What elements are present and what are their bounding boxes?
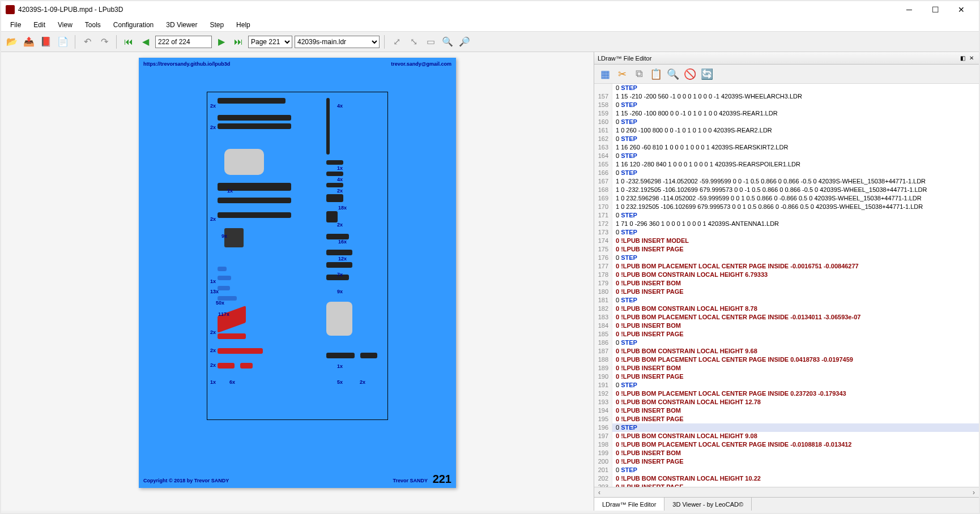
code-line[interactable]: 1770 !LPUB BOM PLACEMENT LOCAL CENTER PA… bbox=[594, 262, 979, 271]
code-line[interactable]: 2020 !LPUB BOM CONSTRAIN LOCAL HEIGHT 10… bbox=[594, 474, 979, 483]
editor-scrollbar-horizontal[interactable]: ‹ › bbox=[594, 487, 979, 497]
export-pdf-icon[interactable]: 📕 bbox=[39, 35, 53, 49]
prev-page-icon[interactable]: ◀ bbox=[138, 35, 153, 49]
page-preview-pane[interactable]: https://trevorsandy.github.io/lpub3d tre… bbox=[1, 52, 594, 511]
code-line[interactable]: 1930 !LPUB BOM CONSTRAIN LOCAL HEIGHT 12… bbox=[594, 398, 979, 406]
copy-icon[interactable]: ⧉ bbox=[632, 67, 646, 82]
minimize-button[interactable]: ─ bbox=[896, 2, 922, 18]
paste-icon[interactable]: 📋 bbox=[649, 67, 663, 82]
code-line[interactable]: 1710 STEP bbox=[594, 211, 979, 220]
code-line[interactable]: 1611 0 260 -100 800 0 0 -1 0 1 0 1 0 0 4… bbox=[594, 126, 979, 135]
code-line[interactable]: 1580 STEP bbox=[594, 101, 979, 109]
code-line[interactable]: 1651 16 120 -280 840 1 0 0 0 1 0 0 0 1 4… bbox=[594, 160, 979, 169]
cut-icon[interactable]: ✂ bbox=[615, 67, 629, 82]
print-icon[interactable]: 📤 bbox=[22, 35, 36, 49]
last-page-icon[interactable]: ⏭ bbox=[231, 35, 246, 49]
code-line[interactable]: 1960 STEP bbox=[594, 423, 979, 432]
code-line[interactable]: 1910 STEP bbox=[594, 381, 979, 389]
menu-file[interactable]: File bbox=[5, 19, 27, 31]
code-line[interactable]: 1900 !LPUB INSERT PAGE bbox=[594, 372, 979, 381]
code-line[interactable]: 2000 !LPUB INSERT PAGE bbox=[594, 457, 979, 466]
menu-step[interactable]: Step bbox=[204, 19, 229, 31]
code-line[interactable]: 1780 !LPUB BOM CONSTRAIN LOCAL HEIGHT 6.… bbox=[594, 271, 979, 279]
code-line[interactable]: 1640 STEP bbox=[594, 152, 979, 160]
close-editor-icon[interactable]: ✕ bbox=[968, 54, 975, 62]
code-line[interactable]: 1691 0 232.596298 -114.052002 -59.999599… bbox=[594, 194, 979, 203]
menu-configuration[interactable]: Configuration bbox=[108, 19, 159, 31]
code-line[interactable]: 1870 !LPUB BOM CONSTRAIN LOCAL HEIGHT 9.… bbox=[594, 347, 979, 355]
zoom-in-icon[interactable]: 🔍 bbox=[440, 35, 455, 49]
code-line[interactable]: 1571 15 -210 -200 560 -1 0 0 0 1 0 0 0 -… bbox=[594, 92, 979, 101]
code-line[interactable]: 1671 0 -232.596298 -114.052002 -59.99959… bbox=[594, 177, 979, 186]
code-line[interactable]: 1740 !LPUB INSERT MODEL bbox=[594, 237, 979, 245]
page-select[interactable]: Page 221 bbox=[248, 36, 292, 48]
code-line[interactable]: 1850 !LPUB INSERT PAGE bbox=[594, 330, 979, 339]
refresh-icon[interactable]: 🔄 bbox=[700, 67, 714, 82]
line-number: 196 bbox=[594, 423, 612, 432]
code-line[interactable]: 1631 16 260 -60 810 1 0 0 0 1 0 0 0 1 42… bbox=[594, 143, 979, 152]
find-icon[interactable]: 🔍 bbox=[666, 67, 680, 82]
code-line[interactable]: 1940 !LPUB INSERT BOM bbox=[594, 406, 979, 415]
line-number: 183 bbox=[594, 313, 612, 322]
menu-tools[interactable]: Tools bbox=[79, 19, 106, 31]
code-line[interactable]: 1890 !LPUB INSERT BOM bbox=[594, 364, 979, 372]
menu-3d-viewer[interactable]: 3D Viewer bbox=[160, 19, 203, 31]
menu-view[interactable]: View bbox=[52, 19, 78, 31]
zoom-out-icon[interactable]: 🔎 bbox=[457, 35, 472, 49]
code-line[interactable]: 1721 71 0 -296 360 1 0 0 0 1 0 0 0 1 420… bbox=[594, 220, 979, 228]
page-field[interactable] bbox=[155, 36, 212, 48]
editor-tab[interactable]: 3D Viewer - by LeoCAD© bbox=[664, 498, 752, 511]
next-page-icon[interactable]: ▶ bbox=[214, 35, 229, 49]
undock-icon[interactable]: ◧ bbox=[958, 54, 966, 62]
code-line[interactable]: 2030 !LPUB INSERT PAGE bbox=[594, 483, 979, 487]
code-line[interactable]: 1660 STEP bbox=[594, 169, 979, 177]
code-line[interactable]: 1990 !LPUB INSERT BOM bbox=[594, 449, 979, 457]
select-all-icon[interactable]: ▦ bbox=[598, 67, 612, 82]
editor-tab[interactable]: LDraw™ File Editor bbox=[594, 498, 664, 511]
code-line[interactable]: 1840 !LPUB INSERT BOM bbox=[594, 322, 979, 330]
code-line[interactable]: 1810 STEP bbox=[594, 296, 979, 305]
redo-icon[interactable]: ↷ bbox=[97, 35, 112, 49]
code-line[interactable]: 1880 !LPUB BOM PLACEMENT LOCAL CENTER PA… bbox=[594, 355, 979, 364]
code-line[interactable]: 1790 !LPUB INSERT BOM bbox=[594, 279, 979, 288]
open-icon[interactable]: 📂 bbox=[5, 35, 19, 49]
code-line[interactable]: 1760 STEP bbox=[594, 254, 979, 262]
menu-edit[interactable]: Edit bbox=[28, 19, 51, 31]
code-line[interactable]: 1701 0 232.192505 -106.102699 679.999573… bbox=[594, 203, 979, 211]
code-line[interactable]: 1860 STEP bbox=[594, 339, 979, 347]
line-number: 185 bbox=[594, 330, 612, 339]
code-line[interactable]: 1681 0 -232.192505 -106.102699 679.99957… bbox=[594, 186, 979, 194]
line-text: 1 0 232.192505 -106.102699 679.999573 0 … bbox=[616, 203, 923, 211]
scroll-right-icon[interactable]: › bbox=[969, 489, 979, 496]
code-line[interactable]: 1591 15 -260 -100 800 0 0 -1 0 1 0 1 0 0… bbox=[594, 109, 979, 118]
code-line[interactable]: 1950 !LPUB INSERT PAGE bbox=[594, 415, 979, 423]
maximize-button[interactable]: ☐ bbox=[922, 2, 948, 18]
code-line[interactable]: 1920 !LPUB BOM PLACEMENT LOCAL CENTER PA… bbox=[594, 389, 979, 398]
code-line[interactable]: 1980 !LPUB BOM PLACEMENT LOCAL CENTER PA… bbox=[594, 440, 979, 449]
fit-width-icon[interactable]: ⤢ bbox=[389, 35, 404, 49]
code-line[interactable]: 1970 !LPUB BOM CONSTRAIN LOCAL HEIGHT 9.… bbox=[594, 432, 979, 440]
part-shape bbox=[224, 228, 244, 247]
code-line[interactable]: 2010 STEP bbox=[594, 466, 979, 474]
line-text: 1 0 260 -100 800 0 0 -1 0 1 0 1 0 0 4203… bbox=[616, 126, 772, 135]
code-line[interactable]: 1730 STEP bbox=[594, 228, 979, 237]
menu-help[interactable]: Help bbox=[231, 19, 256, 31]
actual-size-icon[interactable]: ▭ bbox=[423, 35, 438, 49]
code-line[interactable]: 1800 !LPUB INSERT PAGE bbox=[594, 288, 979, 296]
page-preview[interactable]: https://trevorsandy.github.io/lpub3d tre… bbox=[139, 58, 456, 488]
code-line[interactable]: 1600 STEP bbox=[594, 118, 979, 126]
first-page-icon[interactable]: ⏮ bbox=[121, 35, 136, 49]
code-line[interactable]: 1750 !LPUB INSERT PAGE bbox=[594, 245, 979, 254]
export-pdf2-icon[interactable]: 📄 bbox=[56, 35, 70, 49]
file-select[interactable]: 42039s-main.ldr bbox=[295, 36, 380, 48]
scroll-left-icon[interactable]: ‹ bbox=[594, 489, 604, 496]
code-line[interactable]: 1620 STEP bbox=[594, 135, 979, 143]
code-editor[interactable]: 0 STEP1571 15 -210 -200 560 -1 0 0 0 1 0… bbox=[594, 84, 979, 487]
close-button[interactable]: ✕ bbox=[948, 2, 974, 18]
delete-icon[interactable]: 🚫 bbox=[683, 67, 697, 82]
fit-page-icon[interactable]: ⤡ bbox=[406, 35, 421, 49]
code-line[interactable]: 1830 !LPUB BOM PLACEMENT LOCAL CENTER PA… bbox=[594, 313, 979, 322]
code-line[interactable]: 1820 !LPUB BOM CONSTRAIN LOCAL HEIGHT 8.… bbox=[594, 305, 979, 313]
code-line[interactable]: 0 STEP bbox=[594, 84, 979, 92]
undo-icon[interactable]: ↶ bbox=[80, 35, 95, 49]
